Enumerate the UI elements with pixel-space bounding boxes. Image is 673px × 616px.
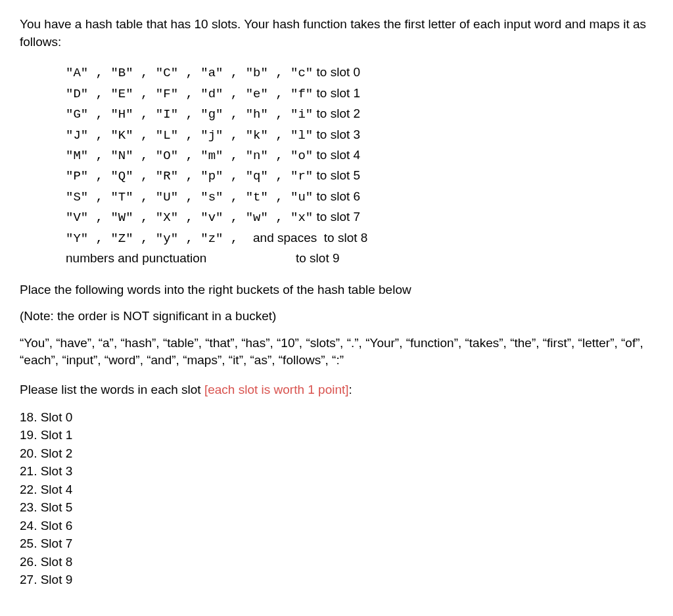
mapping-target: to slot 0 xyxy=(313,62,360,82)
prompt-prefix: Please list the words in each slot xyxy=(20,383,204,396)
mapping-row: "P" , "Q" , "R" , "p" , "q" , "r" to slo… xyxy=(66,166,653,186)
slot-item: 23. Slot 5 xyxy=(20,498,653,517)
slot-item: 18. Slot 0 xyxy=(20,408,653,427)
prompt-suffix: : xyxy=(349,383,352,396)
mapping-chars: "A" , "B" , "C" , "a" , "b" , "c" xyxy=(66,64,313,83)
mapping-chars: "M" , "N" , "O" , "m" , "n" , "o" xyxy=(66,147,313,166)
mapping-row: "D" , "E" , "F" , "d" , "e" , "f" to slo… xyxy=(66,83,653,104)
slot-item: 22. Slot 4 xyxy=(20,481,653,499)
mapping-target: to slot 1 xyxy=(313,83,360,103)
slot-item: 20. Slot 2 xyxy=(20,444,653,463)
slot-item: 27. Slot 9 xyxy=(20,571,653,589)
slot-item: 21. Slot 3 xyxy=(20,462,653,481)
slot-prompt: Please list the words in each slot [each… xyxy=(20,381,653,399)
mapping-row: "M" , "N" , "O" , "m" , "n" , "o" to slo… xyxy=(66,145,653,166)
slot-item: 25. Slot 7 xyxy=(20,534,653,553)
prompt-highlight: [each slot is worth 1 point] xyxy=(204,383,349,396)
mapping-row: "J" , "K" , "L" , "j" , "k" , "l" to slo… xyxy=(66,125,653,145)
mapping-chars: "Y" , "Z" , "y" , "z" , xyxy=(66,229,253,249)
mapping-row: numbers and punctuation to slot 9 xyxy=(66,249,653,268)
mapping-row: "V" , "W" , "X" , "v" , "w" , "x" to slo… xyxy=(66,207,653,227)
mapping-target: to slot 9 xyxy=(296,249,340,268)
mapping-row: "Y" , "Z" , "y" , "z" , and spaces to sl… xyxy=(66,228,653,249)
mapping-target: to slot 2 xyxy=(313,104,360,123)
slot-item: 26. Slot 8 xyxy=(20,553,653,571)
intro-paragraph: You have a hash table that has 10 slots.… xyxy=(20,16,653,51)
mapping-table: "A" , "B" , "C" , "a" , "b" , "c" to slo… xyxy=(66,62,653,268)
mapping-chars: "V" , "W" , "X" , "v" , "w" , "x" xyxy=(66,208,313,227)
mapping-target: to slot 5 xyxy=(313,166,360,185)
mapping-text: numbers and punctuation xyxy=(66,249,296,268)
slot-item: 24. Slot 6 xyxy=(20,517,653,535)
mapping-extra: and spaces xyxy=(253,228,317,247)
mapping-row: "S" , "T" , "U" , "s" , "t" , "u" to slo… xyxy=(66,187,653,207)
instruction-1: Place the following words into the right… xyxy=(20,281,653,299)
mapping-chars: "S" , "T" , "U" , "s" , "t" , "u" xyxy=(66,188,313,207)
mapping-chars: "D" , "E" , "F" , "d" , "e" , "f" xyxy=(66,85,313,104)
mapping-chars: "G" , "H" , "I" , "g" , "h" , "i" xyxy=(66,105,313,124)
mapping-row: "A" , "B" , "C" , "a" , "b" , "c" to slo… xyxy=(66,62,653,83)
mapping-chars: "J" , "K" , "L" , "j" , "k" , "l" xyxy=(66,126,313,145)
mapping-target: to slot 8 xyxy=(317,228,367,247)
mapping-target: to slot 4 xyxy=(313,145,360,164)
words-list: “You”, “have”, “a”, “hash”, “table”, “th… xyxy=(20,335,653,369)
mapping-target: to slot 3 xyxy=(313,125,360,144)
instruction-2: (Note: the order is NOT significant in a… xyxy=(20,308,653,325)
slot-item: 19. Slot 1 xyxy=(20,426,653,444)
mapping-target: to slot 6 xyxy=(313,187,360,206)
mapping-target: to slot 7 xyxy=(313,207,360,226)
slot-list: 18. Slot 0 19. Slot 1 20. Slot 2 21. Slo… xyxy=(20,408,653,589)
mapping-row: "G" , "H" , "I" , "g" , "h" , "i" to slo… xyxy=(66,104,653,124)
mapping-chars: "P" , "Q" , "R" , "p" , "q" , "r" xyxy=(66,167,313,186)
